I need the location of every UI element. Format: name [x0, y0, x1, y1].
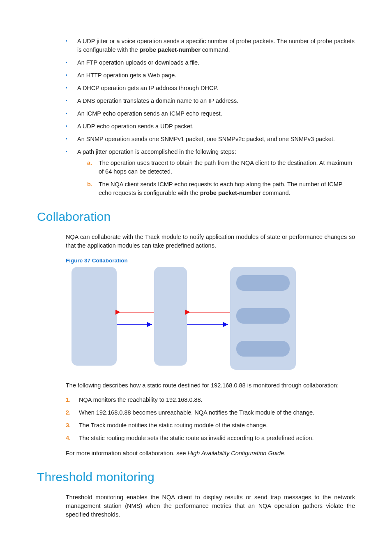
paragraph: For more information about collaboration… — [66, 449, 355, 458]
list-item: A UDP echo operation sends a UDP packet. — [62, 122, 355, 131]
list-item: A DHCP operation gets an IP address thro… — [62, 84, 355, 93]
cmd: probe packet-number — [140, 46, 201, 53]
text: An HTTP operation gets a Web page. — [77, 72, 176, 79]
text: When 192.168.0.88 becomes unreachable, N… — [79, 409, 314, 416]
bullet-list: A UDP jitter or a voice operation sends … — [62, 37, 355, 197]
text: command. — [201, 46, 230, 53]
text: The Track module notifies the static rou… — [79, 422, 267, 429]
reference: High Availability Configuration Guide — [188, 450, 284, 457]
text: The operation uses tracert to obtain the… — [99, 160, 352, 175]
text: For more information about collaboration… — [66, 450, 188, 457]
paragraph: The following describes how a static rou… — [66, 381, 355, 390]
heading-threshold: Threshold monitoring — [37, 470, 355, 484]
list-item: An FTP operation uploads or downloads a … — [62, 58, 355, 67]
figure-collaboration — [66, 267, 355, 370]
text: A path jitter operation is accomplished … — [77, 148, 236, 155]
list-item: 1.NQA monitors the reachability to 192.1… — [66, 396, 355, 404]
text: The static routing module sets the stati… — [79, 435, 314, 441]
figure-caption: Figure 37 Collaboration — [66, 257, 355, 264]
text: An SNMP operation sends one SNMPv1 packe… — [77, 136, 335, 142]
list-item: An HTTP operation gets a Web page. — [62, 71, 355, 80]
list-item: An SNMP operation sends one SNMPv1 packe… — [62, 135, 355, 144]
list-item: A DNS operation translates a domain name… — [62, 97, 355, 105]
figure-arrows — [66, 267, 312, 370]
text: An ICMP echo operation sends an ICMP ech… — [77, 110, 222, 117]
marker: b. — [87, 180, 92, 189]
substep-list: a.The operation uses tracert to obtain t… — [87, 159, 355, 197]
cmd: probe packet-number — [200, 190, 261, 196]
heading-collaboration: Collaboration — [37, 210, 355, 224]
list-item: An ICMP echo operation sends an ICMP ech… — [62, 109, 355, 118]
list-item: 2.When 192.168.0.88 becomes unreachable,… — [66, 408, 355, 417]
paragraph: NQA can collaborate with the Track modul… — [66, 233, 355, 250]
num-marker: 3. — [66, 421, 71, 430]
list-item: A path jitter operation is accomplished … — [62, 148, 355, 197]
text: A UDP echo operation sends a UDP packet. — [77, 123, 194, 130]
list-item: 4.The static routing module sets the sta… — [66, 434, 355, 443]
substep: b.The NQA client sends ICMP echo request… — [87, 180, 355, 197]
paragraph: Threshold monitoring enables the NQA cli… — [66, 493, 355, 519]
text: command. — [261, 190, 291, 196]
numbered-list: 1.NQA monitors the reachability to 192.1… — [66, 396, 355, 443]
text: An FTP operation uploads or downloads a … — [77, 59, 199, 66]
text: A DNS operation translates a domain name… — [77, 97, 238, 104]
list-item: A UDP jitter or a voice operation sends … — [62, 37, 355, 54]
text: A DHCP operation gets an IP address thro… — [77, 85, 218, 91]
num-marker: 2. — [66, 408, 71, 417]
text: . — [284, 450, 286, 457]
marker: a. — [87, 159, 92, 167]
list-item: 3.The Track module notifies the static r… — [66, 421, 355, 430]
text: NQA monitors the reachability to 192.168… — [79, 396, 203, 403]
num-marker: 1. — [66, 396, 71, 404]
substep: a.The operation uses tracert to obtain t… — [87, 159, 355, 176]
num-marker: 4. — [66, 434, 71, 443]
